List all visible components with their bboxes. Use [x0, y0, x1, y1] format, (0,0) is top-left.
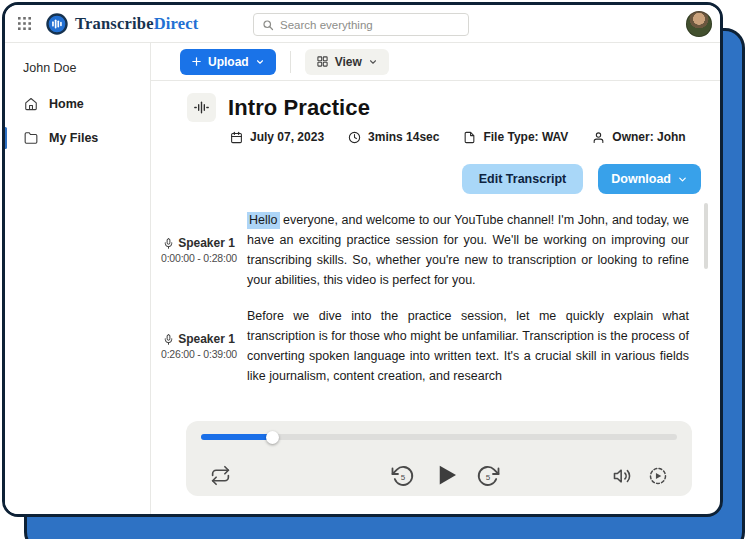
highlighted-word[interactable]: Hello	[247, 212, 280, 229]
transcript-segment: Speaker 1 0:26:00 - 0:39:00 Before we di…	[151, 306, 720, 386]
app-logo[interactable]: TranscribeDirect	[46, 13, 199, 35]
speaker-label[interactable]: Speaker 1	[151, 332, 247, 346]
download-button[interactable]: Download	[598, 164, 701, 194]
file-meta: July 07, 2023 3mins 14sec	[230, 130, 720, 144]
top-bar: TranscribeDirect Search everything	[5, 5, 720, 43]
playback-speed-button[interactable]	[648, 466, 668, 486]
sidebar: John Doe Home My Files	[5, 43, 151, 514]
segment-timestamp: 0:00:00 - 0:28:00	[151, 252, 247, 264]
clock-icon	[348, 131, 361, 144]
calendar-icon	[230, 131, 243, 144]
chevron-down-icon	[255, 57, 265, 67]
file-owner: Owner: John	[592, 130, 685, 144]
sidebar-item-my-files[interactable]: My Files	[5, 123, 150, 153]
plus-icon	[191, 56, 202, 67]
transcript-panel: Speaker 1 0:00:00 - 0:28:00 Hello everyo…	[151, 210, 720, 402]
document-icon	[463, 131, 476, 144]
microphone-icon	[163, 334, 174, 345]
app-launcher-icon[interactable]	[17, 16, 32, 31]
logo-waveform-icon	[46, 13, 68, 35]
transcript-segment: Speaker 1 0:00:00 - 0:28:00 Hello everyo…	[151, 210, 720, 290]
upload-button[interactable]: Upload	[180, 49, 276, 75]
active-indicator	[4, 127, 7, 149]
sidebar-item-home[interactable]: Home	[5, 89, 150, 119]
file-type: File Type: WAV	[463, 130, 568, 144]
waveform-icon	[187, 93, 216, 122]
app-body: John Doe Home My Files	[5, 43, 720, 514]
progress-bar[interactable]	[201, 434, 677, 440]
play-button[interactable]	[431, 460, 461, 490]
microphone-icon	[163, 238, 174, 249]
progress-thumb[interactable]	[266, 431, 279, 444]
transcript-actions: Edit Transcript Download	[151, 164, 720, 194]
file-date: July 07, 2023	[230, 130, 324, 144]
person-icon	[592, 131, 605, 144]
upload-label: Upload	[208, 55, 249, 69]
folder-icon	[24, 131, 38, 145]
segment-meta: Speaker 1 0:26:00 - 0:39:00	[151, 332, 247, 360]
sidebar-item-label: My Files	[49, 131, 98, 145]
segment-text[interactable]: Hello everyone, and welcome to our YouTu…	[247, 210, 689, 290]
file-header: Intro Practice July 07, 2023	[151, 93, 720, 144]
toolbar-divider	[290, 51, 291, 73]
forward-5-button[interactable]: 5	[476, 464, 500, 488]
svg-text:5: 5	[401, 473, 406, 482]
page-title: Intro Practice	[228, 95, 370, 121]
app-window: TranscribeDirect Search everything John …	[2, 2, 723, 517]
home-icon	[24, 97, 38, 111]
app-title: TranscribeDirect	[75, 14, 199, 34]
segment-timestamp: 0:26:00 - 0:39:00	[151, 348, 247, 360]
search-icon	[262, 19, 274, 31]
search-placeholder: Search everything	[280, 19, 373, 31]
svg-text:5: 5	[486, 473, 491, 482]
main-content: Upload View	[151, 43, 720, 514]
user-avatar[interactable]	[686, 11, 712, 37]
player-controls: 5 5	[186, 451, 692, 496]
sidebar-user-name: John Doe	[5, 55, 150, 89]
search-input[interactable]: Search everything	[253, 13, 469, 36]
edit-transcript-button[interactable]: Edit Transcript	[462, 164, 584, 194]
progress-fill	[201, 434, 272, 440]
content-toolbar: Upload View	[151, 43, 720, 81]
file-duration: 3mins 14sec	[348, 130, 439, 144]
speaker-label[interactable]: Speaker 1	[151, 236, 247, 250]
view-label: View	[335, 55, 362, 69]
volume-button[interactable]	[612, 466, 632, 486]
chevron-down-icon	[368, 57, 378, 67]
view-button[interactable]: View	[305, 49, 389, 75]
chevron-down-icon	[677, 174, 688, 185]
audio-player: 5 5	[186, 421, 692, 496]
segment-text[interactable]: Before we dive into the practice session…	[247, 306, 689, 386]
sidebar-item-label: Home	[49, 97, 84, 111]
loop-button[interactable]	[210, 465, 231, 486]
transcript-scrollbar[interactable]	[704, 203, 708, 269]
grid-view-icon	[316, 55, 329, 68]
segment-meta: Speaker 1 0:00:00 - 0:28:00	[151, 236, 247, 264]
rewind-5-button[interactable]: 5	[391, 464, 415, 488]
